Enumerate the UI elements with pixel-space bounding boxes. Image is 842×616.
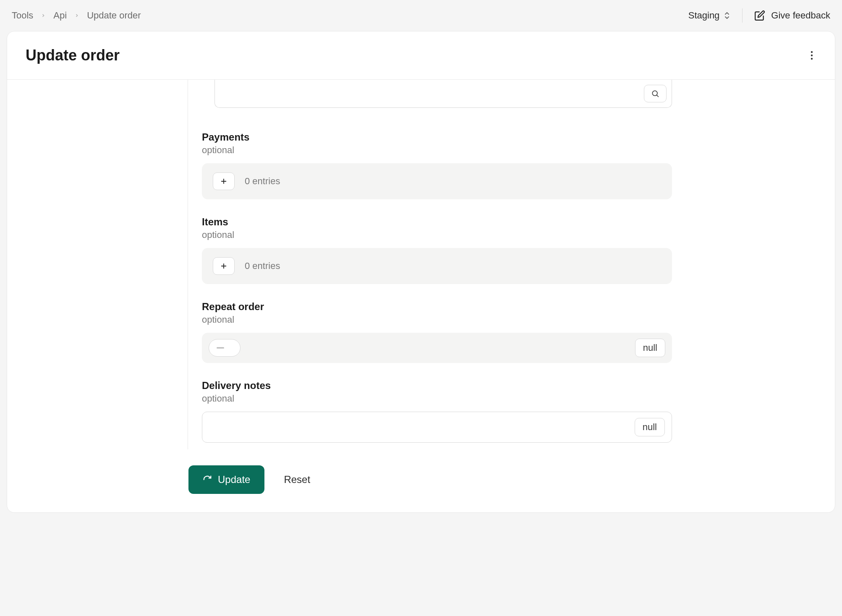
delivery-notes-sublabel: optional: [202, 393, 672, 404]
repeat-order-null-button[interactable]: null: [635, 339, 665, 357]
delivery-notes-label: Delivery notes: [202, 380, 672, 392]
payments-entries-text: 0 entries: [245, 176, 280, 187]
topbar: Tools Api Update order Staging: [0, 0, 842, 31]
field-delivery-notes: Delivery notes optional null: [202, 380, 672, 443]
minus-icon: [217, 347, 224, 349]
card-header: Update order: [7, 31, 835, 80]
topbar-right: Staging Give feedback: [688, 8, 830, 23]
update-button[interactable]: Update: [188, 465, 264, 494]
items-sublabel: optional: [202, 230, 672, 240]
repeat-order-row: null: [202, 333, 672, 363]
items-entries-text: 0 entries: [245, 261, 280, 271]
form-actions: Update Reset: [188, 465, 816, 494]
payments-label: Payments: [202, 131, 672, 143]
payments-entries-box: 0 entries: [202, 163, 672, 199]
main-card: Update order: [7, 31, 835, 513]
vertical-separator: [188, 80, 188, 449]
payments-sublabel: optional: [202, 145, 672, 156]
items-label: Items: [202, 216, 672, 228]
search-button[interactable]: [644, 85, 667, 102]
field-payments: Payments optional 0 entries: [202, 131, 672, 199]
more-vertical-icon: [811, 50, 813, 60]
field-items: Items optional 0 entries: [202, 216, 672, 284]
card-body: Payments optional 0 entries Items option…: [7, 80, 835, 512]
environment-label: Staging: [688, 10, 720, 21]
svg-point-1: [811, 55, 813, 56]
divider: [742, 8, 743, 23]
items-entries-box: 0 entries: [202, 248, 672, 284]
chevron-right-icon: [74, 13, 79, 18]
chevron-right-icon: [41, 13, 46, 18]
more-menu-button[interactable]: [807, 47, 816, 64]
breadcrumb-item-api[interactable]: Api: [53, 10, 67, 21]
delivery-notes-null-button[interactable]: null: [635, 418, 665, 436]
search-field-partial[interactable]: [214, 80, 672, 108]
add-item-button[interactable]: [213, 257, 235, 275]
add-payment-button[interactable]: [213, 172, 235, 190]
breadcrumb: Tools Api Update order: [12, 10, 141, 21]
repeat-order-sublabel: optional: [202, 314, 672, 325]
breadcrumb-item-tools[interactable]: Tools: [12, 10, 33, 21]
feedback-label: Give feedback: [771, 10, 830, 21]
update-button-label: Update: [218, 474, 250, 485]
repeat-order-label: Repeat order: [202, 301, 672, 313]
svg-point-0: [811, 51, 813, 53]
environment-selector[interactable]: Staging: [688, 10, 731, 21]
edit-icon: [754, 10, 765, 21]
delivery-notes-input[interactable]: [209, 422, 635, 433]
svg-point-3: [652, 91, 657, 96]
breadcrumb-item-current[interactable]: Update order: [87, 10, 141, 21]
form-content: Payments optional 0 entries Items option…: [202, 80, 672, 443]
delivery-notes-input-row: null: [202, 412, 672, 443]
plus-icon: [220, 177, 227, 185]
svg-point-2: [811, 58, 813, 60]
plus-icon: [220, 262, 227, 270]
search-icon: [651, 89, 659, 98]
repeat-order-toggle[interactable]: [209, 339, 241, 357]
field-repeat-order: Repeat order optional null: [202, 301, 672, 363]
give-feedback-button[interactable]: Give feedback: [754, 10, 830, 21]
refresh-icon: [203, 475, 212, 484]
reset-button[interactable]: Reset: [279, 465, 315, 494]
page-title: Update order: [26, 47, 120, 64]
chevron-up-down-icon: [724, 11, 730, 20]
